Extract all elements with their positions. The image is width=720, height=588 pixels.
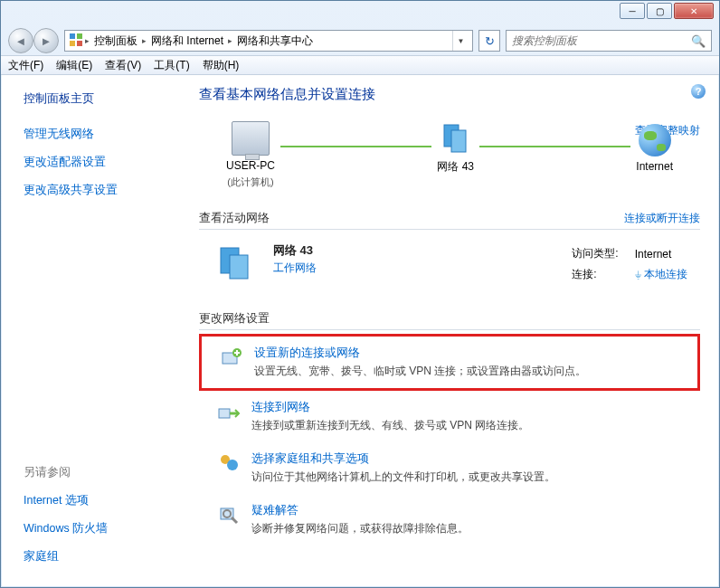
new-connection-icon — [220, 346, 243, 369]
connect-disconnect-link[interactable]: 连接或断开连接 — [624, 211, 700, 226]
node-internet-label: Internet — [636, 160, 673, 173]
nav-forward-button[interactable]: ► — [33, 28, 59, 53]
network-icon — [217, 242, 257, 282]
task-desc: 连接到或重新连接到无线、有线、拨号或 VPN 网络连接。 — [251, 418, 529, 433]
active-network-name: 网络 43 — [273, 243, 313, 257]
pc-icon — [232, 121, 270, 156]
task-connect-network[interactable]: 连接到网络 连接到或重新连接到无线、有线、拨号或 VPN 网络连接。 — [199, 391, 700, 442]
task-desc: 设置无线、宽带、拨号、临时或 VPN 连接；或设置路由器或访问点。 — [254, 364, 586, 379]
menu-edit[interactable]: 编辑(E) — [56, 58, 92, 73]
access-type-value: Internet — [628, 244, 695, 263]
sidebar: 控制面板主页 管理无线网络 更改适配器设置 更改高级共享设置 另请参阅 Inte… — [2, 75, 192, 586]
maximize-button[interactable]: ▢ — [647, 3, 672, 19]
separator-icon: ▸ — [85, 36, 90, 45]
task-title[interactable]: 选择家庭组和共享选项 — [251, 451, 555, 467]
task-desc: 诊断并修复网络问题，或获得故障排除信息。 — [251, 521, 469, 536]
network-map: 查看完整映射 USER-PC (此计算机) 网络 43 — [199, 116, 700, 194]
active-networks-header: 查看活动网络 连接或断开连接 — [199, 211, 700, 230]
change-settings-header: 更改网络设置 — [199, 311, 700, 330]
node-network-label: 网络 43 — [437, 159, 474, 175]
active-network-type-link[interactable]: 工作网络 — [273, 261, 317, 276]
troubleshoot-icon — [217, 503, 241, 526]
connector-line — [479, 146, 630, 147]
network-icon — [441, 121, 471, 156]
globe-icon — [639, 124, 671, 156]
breadcrumb-network-internet[interactable]: 网络和 Internet — [148, 33, 226, 49]
window: ─ ▢ ✕ ◄ ► ▸ 控制面板 ▸ 网络和 Internet ▸ 网络和共享中… — [0, 0, 720, 588]
task-new-connection[interactable]: 设置新的连接或网络 设置无线、宽带、拨号、临时或 VPN 连接；或设置路由器或访… — [199, 334, 700, 391]
address-bar[interactable]: ▸ 控制面板 ▸ 网络和 Internet ▸ 网络和共享中心 ▼ — [64, 30, 473, 52]
control-panel-icon — [69, 33, 83, 50]
svg-rect-3 — [77, 41, 82, 46]
see-also-header: 另请参阅 — [24, 465, 179, 480]
menu-help[interactable]: 帮助(H) — [203, 58, 240, 73]
active-networks-label: 查看活动网络 — [199, 211, 270, 226]
local-connection-link[interactable]: 本地连接 — [644, 268, 687, 280]
help-icon[interactable]: ? — [691, 84, 706, 99]
menu-bar: 文件(F) 编辑(E) 查看(V) 工具(T) 帮助(H) — [1, 55, 719, 75]
search-box[interactable]: 🔍 — [506, 30, 712, 52]
menu-tools[interactable]: 工具(T) — [154, 58, 189, 73]
task-troubleshoot[interactable]: 疑难解答 诊断并修复网络问题，或获得故障排除信息。 — [199, 494, 700, 545]
svg-rect-1 — [77, 33, 82, 39]
svg-rect-10 — [219, 409, 230, 418]
search-icon: 🔍 — [691, 34, 706, 48]
connection-icon: ⏚ — [635, 268, 641, 280]
connect-network-icon — [217, 400, 241, 423]
homegroup-icon — [217, 451, 241, 475]
address-history-dropdown[interactable]: ▼ — [452, 31, 469, 51]
address-row: ◄ ► ▸ 控制面板 ▸ 网络和 Internet ▸ 网络和共享中心 ▼ ↻ … — [1, 26, 719, 55]
menu-view[interactable]: 查看(V) — [105, 58, 141, 73]
task-title[interactable]: 设置新的连接或网络 — [254, 346, 586, 361]
close-button[interactable]: ✕ — [674, 3, 714, 19]
svg-rect-7 — [230, 255, 248, 279]
sidebar-link-adapter[interactable]: 更改适配器设置 — [24, 155, 179, 170]
node-this-pc: USER-PC (此计算机) — [226, 121, 275, 189]
task-title[interactable]: 疑难解答 — [251, 503, 469, 518]
connections-label: 连接: — [564, 265, 625, 284]
see-also-firewall[interactable]: Windows 防火墙 — [24, 521, 179, 536]
page-title: 查看基本网络信息并设置连接 — [199, 86, 700, 103]
content: ? 查看基本网络信息并设置连接 查看完整映射 USER-PC (此计算机) 网络… — [192, 75, 718, 586]
search-input[interactable] — [512, 34, 691, 47]
sidebar-link-wireless[interactable]: 管理无线网络 — [24, 127, 179, 142]
task-homegroup[interactable]: 选择家庭组和共享选项 访问位于其他网络计算机上的文件和打印机，或更改共享设置。 — [199, 442, 700, 494]
task-title[interactable]: 连接到网络 — [251, 400, 529, 415]
nav-back-button[interactable]: ◄ — [8, 28, 33, 53]
menu-file[interactable]: 文件(F) — [8, 58, 43, 73]
sidebar-link-sharing[interactable]: 更改高级共享设置 — [24, 183, 179, 198]
change-settings-label: 更改网络设置 — [199, 311, 270, 327]
svg-rect-2 — [70, 41, 75, 46]
node-network: 网络 43 — [437, 121, 474, 189]
svg-point-12 — [227, 460, 238, 470]
refresh-button[interactable]: ↻ — [478, 30, 500, 52]
see-also-homegroup[interactable]: 家庭组 — [24, 549, 179, 564]
separator-icon: ▸ — [228, 36, 232, 45]
tasks-list: 设置新的连接或网络 设置无线、宽带、拨号、临时或 VPN 连接；或设置路由器或访… — [199, 334, 700, 545]
body: 控制面板主页 管理无线网络 更改适配器设置 更改高级共享设置 另请参阅 Inte… — [2, 75, 718, 586]
titlebar: ─ ▢ ✕ — [1, 1, 719, 26]
breadcrumb-sharing-center[interactable]: 网络和共享中心 — [234, 33, 316, 49]
node-pc-label: USER-PC — [226, 159, 275, 172]
breadcrumb-control-panel[interactable]: 控制面板 — [91, 33, 140, 49]
connector-line — [280, 146, 431, 147]
active-network-row: 网络 43 工作网络 访问类型: Internet 连接: ⏚ 本地连接 — [199, 230, 700, 295]
node-pc-sublabel: (此计算机) — [227, 175, 273, 189]
control-panel-home-link[interactable]: 控制面板主页 — [24, 91, 179, 107]
see-also-internet-options[interactable]: Internet 选项 — [24, 493, 179, 508]
separator-icon: ▸ — [142, 36, 147, 45]
access-type-label: 访问类型: — [564, 244, 625, 263]
task-desc: 访问位于其他网络计算机上的文件和打印机，或更改共享设置。 — [251, 469, 555, 485]
minimize-button[interactable]: ─ — [620, 3, 645, 19]
svg-rect-0 — [70, 33, 75, 39]
svg-rect-5 — [451, 130, 466, 152]
node-internet: Internet — [636, 124, 673, 187]
